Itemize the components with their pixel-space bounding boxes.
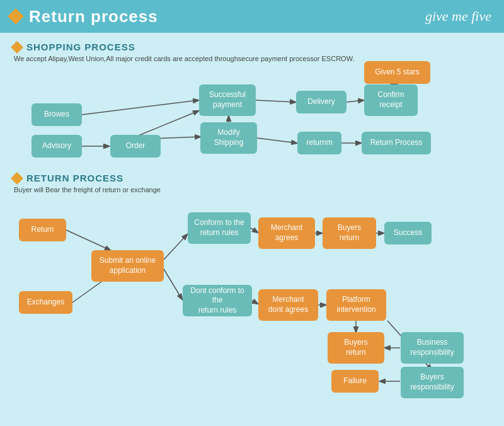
return-box-conform-rules: Conform to the return rules [188,212,251,244]
main-content: SHOPPING PROCESS We accept Alipay,West U… [0,33,504,426]
shopping-box-order: Order [110,135,161,158]
return-flow-diagram: Return Submit an online application Exch… [13,200,491,389]
shopping-box-confirm-receipt: Confirm receipt [364,84,418,116]
svg-line-9 [257,138,297,143]
return-box-failure: Failure [331,370,379,393]
shopping-box-modify-shipping: Modify Shipping [200,122,257,154]
svg-line-5 [256,100,295,102]
header: Return process give me five [0,0,504,33]
return-box-business-responsibility: Business responsibility [401,332,464,364]
return-box-buyers-responsibility: Buyers responsibility [401,367,464,398]
shopping-diamond-icon [11,41,23,54]
return-box-merchant-agrees: Merchant agrees [258,217,315,249]
svg-line-13 [164,234,187,260]
shopping-box-successful-payment: Successful payment [199,84,256,116]
shopping-section-header: SHOPPING PROCESS [13,42,491,52]
svg-line-0 [82,100,198,115]
shopping-box-return-process: Return Process [362,132,431,154]
return-section-title: RETURN PROCESS [26,173,123,183]
return-box-buyers-return-1: Buyers return [323,217,376,249]
header-logo: give me five [425,8,491,25]
svg-line-1 [135,111,198,137]
return-box-buyers-return-2: Buyers return [328,332,384,364]
shopping-box-returnm: returnm [297,132,341,154]
svg-line-15 [251,228,258,233]
return-subtitle: Buyer will Bear the freight of return or… [14,186,491,193]
return-section-header: RETURN PROCESS [13,173,491,183]
return-box-dont-conform: Dont conform to the return rules [183,285,252,316]
shopping-section-title: SHOPPING PROCESS [26,42,135,52]
shopping-flow-diagram: Browes Order Advisory Modify Shipping Su… [13,69,491,173]
shopping-box-advisory: Advisory [32,135,82,158]
return-box-submit-online: Submit an online application [91,250,164,282]
header-diamond-icon [8,8,23,24]
svg-line-6 [346,100,364,102]
return-box-merchant-dont-agrees: Merchant dont agrees [258,289,318,321]
return-diamond-icon [11,172,23,185]
return-box-return: Return [19,219,66,241]
svg-line-14 [164,269,182,299]
shopping-box-delivery: Delivery [296,91,346,113]
shopping-box-browes: Browes [32,103,82,126]
shopping-box-given5stars: Given 5 stars [364,61,430,84]
return-box-platform-intervention: Platform intervention [326,289,386,321]
svg-line-18 [252,301,258,304]
svg-line-11 [66,230,110,250]
return-box-exchanges: Exchanges [19,291,72,314]
return-box-success: Success [384,222,432,245]
page-title: Return process [29,7,158,26]
